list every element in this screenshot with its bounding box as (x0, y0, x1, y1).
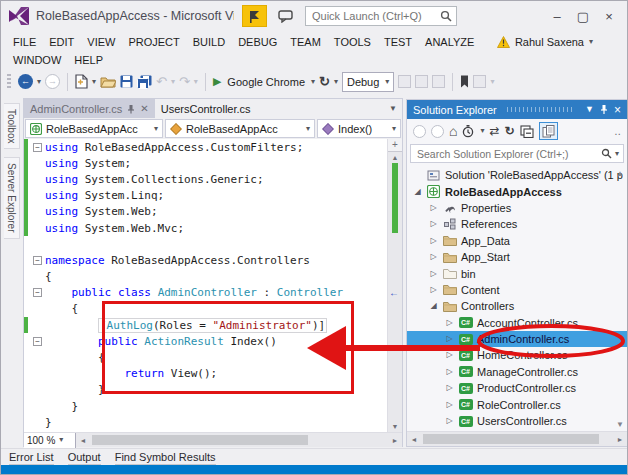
tree-item-rolebasedappaccess[interactable]: ◢RoleBasedAppAccess (407, 183, 627, 199)
bookmark-next-icon[interactable] (473, 75, 486, 88)
editor-vertical-scrollbar[interactable]: + ▲ ← ▼ (387, 139, 402, 432)
solution-explorer-horizontal-scrollbar[interactable]: ◄ ► (407, 431, 627, 446)
fold-collapse-icon[interactable]: − (33, 288, 42, 297)
close-button[interactable]: × (596, 5, 622, 27)
menu-item-help[interactable]: HELP (74, 54, 103, 66)
tree-item-solution-rolebasedappaccess-1-p[interactable]: Solution 'RoleBasedAppAccess' (1 p (407, 167, 627, 183)
code-line-text[interactable]: using System.Web.Mvc; (45, 222, 184, 235)
refresh-icon[interactable]: ↻ (319, 75, 330, 88)
find-in-files-icon[interactable] (415, 75, 428, 88)
se-back-button[interactable] (413, 125, 426, 138)
window-position-dropdown-icon[interactable]: ▼ (585, 105, 594, 114)
toolbar-overflow-icon[interactable]: ‥ (614, 126, 621, 137)
redo-icon[interactable]: ↷ (179, 75, 190, 88)
code-line-text[interactable]: { (45, 270, 52, 283)
expander-collapsed-icon[interactable]: ▷ (429, 220, 438, 228)
start-debugging-icon[interactable]: ▶ (213, 76, 221, 87)
code-line-text[interactable]: } (45, 416, 52, 429)
scroll-left-icon[interactable]: ◄ (407, 436, 421, 443)
expander-collapsed-icon[interactable]: ▷ (445, 401, 454, 409)
menu-item-edit[interactable]: EDIT (49, 36, 74, 48)
scrollbar-track[interactable] (90, 433, 388, 447)
tree-item-managecontroller-cs[interactable]: ▷C#ManageController.cs (407, 364, 627, 380)
tree-item-app-start[interactable]: ▷App_Start (407, 249, 627, 265)
code-line-text[interactable]: namespace RoleBasedAppAccess.Controllers (45, 254, 310, 267)
fold-collapse-icon[interactable]: − (33, 256, 42, 265)
navigate-forward-button[interactable]: → (45, 74, 60, 89)
tree-item-accountcontroller-cs[interactable]: ▷C#AccountController.cs (407, 315, 627, 331)
fold-collapse-icon[interactable]: − (33, 143, 42, 152)
editor-zoom-combo[interactable]: 100 % ▾ (24, 433, 76, 448)
solution-platforms-icon[interactable] (398, 75, 411, 88)
navigate-backward-dropdown-icon[interactable]: ▾ (37, 78, 41, 86)
new-file-icon[interactable] (75, 74, 88, 89)
se-forward-button[interactable] (431, 125, 444, 138)
tree-item-rolecontroller-cs[interactable]: ▷C#RoleController.cs (407, 396, 627, 412)
comment-icon[interactable] (432, 75, 445, 88)
code-line-text[interactable]: return View(); (45, 367, 217, 380)
toolbox-side-tab[interactable]: Toolbox (4, 103, 20, 149)
expander-collapsed-icon[interactable]: ▷ (429, 286, 438, 294)
code-line-text[interactable]: public ActionResult Index() (45, 335, 277, 348)
menu-item-view[interactable]: VIEW (87, 36, 115, 48)
menu-item-build[interactable]: BUILD (193, 36, 225, 48)
scrollbar-thumb[interactable] (423, 434, 599, 444)
undo-icon[interactable]: ↶ (156, 75, 167, 88)
quick-launch-input[interactable] (310, 9, 440, 23)
expander-expanded-icon[interactable]: ◢ (429, 302, 438, 310)
solution-explorer-search-input[interactable] (415, 147, 598, 161)
tree-item-admincontroller-cs[interactable]: ▷C#AdminController.cs (407, 331, 627, 347)
split-window-handle[interactable]: + (388, 139, 402, 152)
scrollbar-track[interactable] (421, 432, 613, 446)
filter-dropdown-icon[interactable]: ▾ (480, 127, 484, 135)
expander-collapsed-icon[interactable]: ▷ (429, 253, 438, 261)
pending-changes-filter-icon[interactable] (462, 125, 475, 138)
refresh-dropdown-icon[interactable]: ▾ (334, 78, 338, 86)
tree-item-controllers[interactable]: ◢Controllers (407, 298, 627, 314)
solution-explorer-search-box[interactable]: ▾ (410, 144, 624, 163)
user-dropdown-icon[interactable]: ▾ (589, 38, 593, 46)
menu-item-project[interactable]: PROJECT (128, 36, 179, 48)
undo-dropdown-icon[interactable]: ▾ (171, 78, 175, 86)
scroll-right-icon[interactable]: ► (388, 437, 402, 444)
expander-collapsed-icon[interactable]: ▷ (445, 384, 454, 392)
code-line-text[interactable]: public class AdminController : Controlle… (45, 286, 343, 299)
tab-userscontroller[interactable]: UsersController.cs (155, 99, 257, 118)
toolbar-overflow-icon[interactable]: ▾ (490, 78, 494, 86)
open-file-icon[interactable] (100, 75, 116, 88)
server-explorer-side-tab[interactable]: Server Explorer (4, 157, 20, 238)
signed-in-user[interactable]: Rahul Saxena▾ (497, 36, 593, 48)
tree-item-references[interactable]: ▷References (407, 216, 627, 232)
code-line-text[interactable]: using System.Web; (45, 205, 158, 218)
menu-item-file[interactable]: FILE (13, 36, 36, 48)
fold-collapse-icon[interactable]: − (33, 337, 42, 346)
toolbar-grip[interactable] (7, 74, 11, 90)
save-icon[interactable] (120, 75, 133, 88)
tree-item-content[interactable]: ▷Content (407, 282, 627, 298)
minimize-button[interactable]: – (544, 5, 570, 27)
expander-collapsed-icon[interactable]: ▷ (445, 368, 454, 376)
scroll-down-icon[interactable]: ▼ (388, 423, 402, 430)
run-target-label[interactable]: Google Chrome (227, 76, 305, 88)
navigate-backward-button[interactable]: ← (18, 74, 33, 89)
expander-collapsed-icon[interactable]: ▷ (445, 417, 454, 425)
quick-launch-box[interactable] (305, 6, 457, 26)
scroll-down-icon[interactable]: ▼ (616, 420, 624, 429)
tree-item-productcontroller-cs[interactable]: ▷C#ProductController.cs (407, 380, 627, 396)
new-file-dropdown-icon[interactable]: ▾ (92, 78, 96, 86)
code-line-text[interactable]: { (45, 351, 105, 364)
configuration-combo[interactable]: Debug ▾ (342, 72, 394, 92)
tree-item-app-data[interactable]: ▷App_Data (407, 233, 627, 249)
sync-with-active-document-icon[interactable]: ⇄ (489, 125, 499, 137)
scroll-right-icon[interactable]: ► (613, 436, 627, 443)
code-line-text[interactable]: using System.Collections.Generic; (45, 173, 264, 186)
member-dropdown[interactable]: Index() ▾ (317, 119, 401, 138)
code-line-text[interactable]: using System.Linq; (45, 189, 164, 202)
close-tab-icon[interactable]: ✕ (140, 104, 148, 114)
scroll-up-icon[interactable]: ▲ (388, 154, 402, 161)
scrollbar-thumb[interactable] (92, 435, 308, 445)
bookmark-icon[interactable] (460, 75, 469, 88)
code-text-area[interactable]: −using RoleBasedAppAccess.CustomFilters;… (24, 139, 387, 432)
expander-collapsed-icon[interactable]: ▷ (445, 319, 454, 327)
refresh-icon[interactable]: ↻ (505, 125, 515, 137)
